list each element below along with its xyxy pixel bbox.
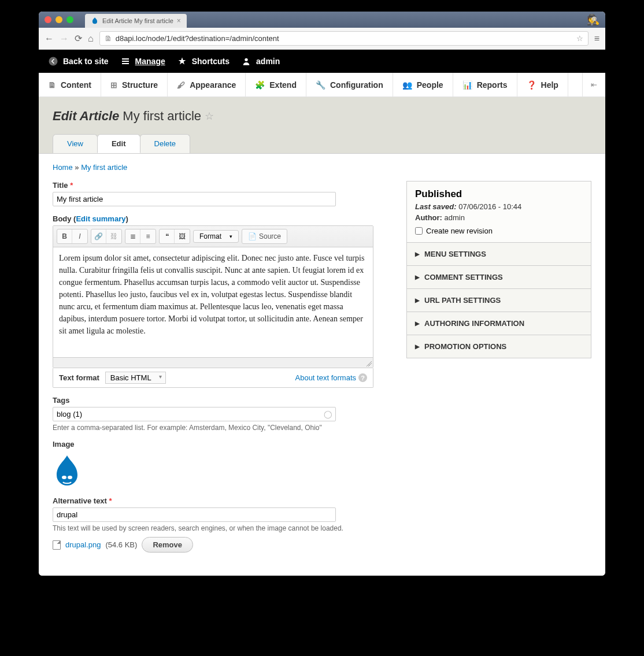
remove-button[interactable]: Remove [142,537,193,553]
browser-tab[interactable]: Edit Article My first article × [85,14,187,28]
extend-icon: 🧩 [255,80,265,90]
shortcut-star-icon[interactable]: ☆ [205,110,214,123]
image-button[interactable]: 🖼 [175,229,190,243]
people-icon: 👥 [402,80,412,90]
caret-icon: ▶ [415,274,420,280]
address-bar-row: ← → ⟳ ⌂ 🗎 d8api.loc/node/1/edit?destinat… [39,28,605,50]
file-link[interactable]: drupal.png [65,540,101,549]
accordion-url-path-settings[interactable]: ▶URL PATH SETTINGS [407,288,591,312]
shortcuts-link[interactable]: Shortcuts [177,56,230,66]
svg-point-0 [49,57,58,66]
image-preview [53,454,82,489]
page-icon: 🗎 [105,34,112,43]
bookmark-star-icon[interactable]: ☆ [576,34,583,43]
admin-tab-content[interactable]: 🗎Content [39,73,101,97]
breadcrumb-home[interactable]: Home [53,163,73,172]
body-label: Body (Edit summary) [53,214,389,223]
home-button[interactable]: ⌂ [88,34,94,44]
alt-text-input[interactable] [53,507,336,522]
tab-delete[interactable]: Delete [140,134,191,153]
caret-icon: ▶ [415,251,420,257]
svg-point-2 [62,476,66,479]
drupal-favicon [91,17,99,25]
bold-button[interactable]: B [57,229,72,243]
tags-input[interactable] [53,407,336,421]
admin-tab-reports[interactable]: 📊Reports [453,73,517,97]
back-to-site-link[interactable]: Back to site [48,56,109,66]
reload-button[interactable]: ⟳ [75,33,82,44]
page-header: Edit Article My first article ☆ View Edi… [39,97,605,153]
back-button[interactable]: ← [45,34,54,44]
star-icon [177,56,187,66]
body-textarea[interactable]: Lorem ipsum dolor sit amet, consectetur … [53,247,373,357]
edit-summary-link[interactable]: Edit summary [76,214,125,223]
configuration-icon: 🔧 [316,80,325,90]
author-row: Author: admin [415,213,583,222]
text-format-select[interactable]: Basic HTML [105,372,166,384]
published-heading: Published [415,188,583,200]
admin-tab-configuration[interactable]: 🔧Configuration [306,73,393,97]
url-text: d8api.loc/node/1/edit?destination=/admin… [116,34,279,43]
minimize-window-button[interactable] [55,16,62,23]
admin-tab-appearance[interactable]: 🖌Appearance [168,73,246,97]
tags-label: Tags [53,396,389,405]
caret-icon: ▶ [415,320,420,327]
close-window-button[interactable] [45,16,51,23]
accordion-promotion-options[interactable]: ▶PROMOTION OPTIONS [407,335,591,358]
body-editor: B I 🔗 ⛓ ≣ ≡ [53,225,373,368]
admin-tab-extend[interactable]: 🧩Extend [246,73,306,97]
accordion-comment-settings[interactable]: ▶COMMENT SETTINGS [407,265,591,288]
bullet-list-button[interactable]: ≣ [125,229,140,243]
revision-checkbox-row[interactable]: Create new revision [415,227,583,235]
maximize-window-button[interactable] [66,16,73,23]
sidebar-panel: Published Last saved: 07/06/2016 - 10:44… [406,181,591,358]
breadcrumb-current[interactable]: My first article [81,163,127,172]
breadcrumb: Home » My first article [53,163,591,172]
tab-view[interactable]: View [53,134,98,153]
hamburger-icon [120,56,131,66]
source-button[interactable]: 📄 Source [242,229,287,243]
admin-tab-help[interactable]: ❓Help [517,73,568,97]
format-dropdown[interactable]: Format▾ [193,230,239,243]
accordion-menu-settings[interactable]: ▶MENU SETTINGS [407,242,591,265]
admin-tab-people[interactable]: 👥People [393,73,453,97]
page-content: Back to site Manage Shortcuts admin [39,50,605,576]
browser-tab-title: Edit Article My first article [102,17,173,24]
last-saved-row: Last saved: 07/06/2016 - 10:44 [415,202,583,211]
admin-tab-structure[interactable]: ⊞Structure [101,73,168,97]
text-format-label: Text format [59,373,99,382]
link-button[interactable]: 🔗 [91,229,106,243]
tags-help: Enter a comma-separated list. For exampl… [53,424,389,432]
alt-text-help: This text will be used by screen readers… [53,524,389,532]
numbered-list-button[interactable]: ≡ [140,229,156,243]
structure-icon: ⊞ [110,80,117,90]
unlink-button[interactable]: ⛓ [106,229,121,243]
revision-checkbox[interactable] [415,227,423,235]
alt-text-label: Alternative text * [53,496,389,505]
user-link[interactable]: admin [241,56,280,66]
back-arrow-icon [48,56,58,66]
editor-resize-handle[interactable] [53,357,373,368]
title-input[interactable] [53,192,336,206]
titlebar: Edit Article My first article × 🕵 [39,12,605,28]
title-label: Title * [53,181,389,190]
tab-edit[interactable]: Edit [97,134,140,153]
blockquote-button[interactable]: ❝ [160,229,175,243]
address-bar[interactable]: 🗎 d8api.loc/node/1/edit?destination=/adm… [99,31,589,46]
editor-toolbar: B I 🔗 ⛓ ≣ ≡ [53,226,373,247]
file-size: (54.6 KB) [105,540,137,549]
manage-link[interactable]: Manage [120,56,165,66]
svg-point-3 [68,476,72,479]
collapse-toolbar-button[interactable]: ⇤ [582,73,605,97]
about-text-formats-link[interactable]: About text formats? [295,373,368,382]
browser-menu-icon[interactable]: ≡ [594,34,599,44]
page-title: Edit Article My first article ☆ [53,109,591,124]
accordion-authoring-information[interactable]: ▶AUTHORING INFORMATION [407,312,591,335]
browser-window: Edit Article My first article × 🕵 ← → ⟳ … [39,12,605,576]
admin-toolbar: Back to site Manage Shortcuts admin [39,50,605,73]
primary-tabs: View Edit Delete [53,134,591,153]
close-tab-icon[interactable]: × [177,17,181,24]
italic-button[interactable]: I [72,229,87,243]
forward-button[interactable]: → [60,34,69,44]
user-icon [241,56,251,66]
